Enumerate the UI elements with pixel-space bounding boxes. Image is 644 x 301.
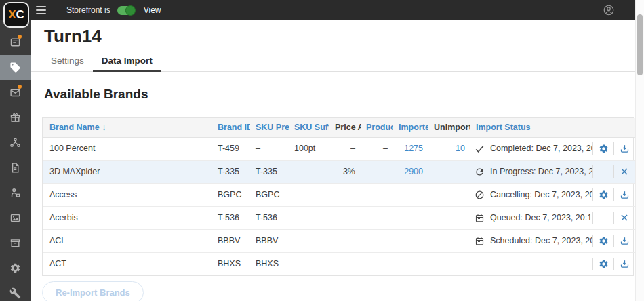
page-title: Turn14 — [44, 26, 635, 46]
sku-prefix-cell: BBBV — [250, 229, 289, 252]
imported-count-link: – — [393, 206, 428, 229]
price-adj-cell: – — [329, 229, 361, 252]
top-bar: XC Storefront is View — [0, 0, 635, 20]
import-status-cell: Queued: Dec 7, 2023, 20:17 — [470, 206, 592, 229]
column-header-sku-prefix[interactable]: SKU Prefix — [250, 118, 289, 137]
vertical-scrollbar — [635, 0, 644, 301]
gear-icon[interactable] — [593, 259, 613, 269]
download-icon[interactable] — [614, 236, 635, 246]
sidebar-item-catalog[interactable] — [0, 55, 31, 80]
price-adj-cell: 3% — [329, 160, 361, 183]
brand-name-cell: Acerbis — [43, 206, 212, 229]
status-text: Completed: Dec 7, 2023, 20:20 — [490, 144, 592, 153]
products-cell: – — [361, 183, 393, 206]
sidebar-nav — [0, 20, 31, 301]
sort-desc-icon: ↓ — [102, 123, 106, 132]
xcart-logo[interactable]: XC — [3, 2, 29, 28]
status-in-progress-icon — [475, 167, 485, 177]
status-check-icon — [475, 144, 485, 154]
sidebar-item-settings[interactable] — [0, 256, 31, 281]
notification-dot — [18, 85, 22, 89]
products-cell: – — [361, 160, 393, 183]
status-text: In Progress: Dec 7, 2023, 20:20 — [490, 167, 592, 176]
column-header-sku-suffix[interactable]: SKU Suffix — [289, 118, 329, 137]
imported-count-link[interactable]: 2900 — [393, 160, 428, 183]
sidebar-item-integrations[interactable] — [0, 130, 31, 155]
import-status-cell: Completed: Dec 7, 2023, 20:20 — [470, 137, 592, 160]
gear-icon[interactable] — [593, 236, 613, 246]
brands-table: Brand Name ↓ Brand ID SKU Prefix SKU Suf… — [42, 117, 634, 276]
main-content: Turn14 Settings Data Import Available Br… — [31, 20, 635, 301]
download-icon[interactable] — [614, 190, 635, 200]
download-icon[interactable] — [614, 144, 635, 154]
products-cell: – — [361, 229, 393, 252]
price-adj-cell: – — [329, 252, 361, 275]
sku-suffix-cell: – — [289, 183, 329, 206]
sidebar-item-inventory[interactable] — [0, 230, 31, 256]
sidebar-item-marketing[interactable] — [0, 80, 31, 105]
brand-name-cell: 3D MAXpider — [43, 160, 212, 183]
column-header-unimported: Unimported — [428, 118, 470, 137]
hamburger-menu-icon[interactable] — [36, 6, 46, 14]
column-header-import-status[interactable]: Import Status — [470, 118, 592, 137]
brand-id-cell: T-459 — [212, 137, 250, 160]
close-icon[interactable] — [614, 167, 635, 176]
sidebar-item-tools[interactable] — [0, 281, 31, 301]
sidebar-item-promotions[interactable] — [0, 105, 31, 130]
sku-suffix-cell: – — [289, 160, 329, 183]
column-header-actions — [592, 118, 635, 137]
import-status-cell: Scheduled: Dec 7, 2023, 20:30 — [470, 229, 592, 252]
sku-suffix-cell: 100pt — [289, 137, 329, 160]
close-icon[interactable] — [614, 213, 635, 222]
brand-id-cell: T-536 — [212, 206, 250, 229]
reimport-brands-button[interactable]: Re-Import Brands — [42, 281, 144, 301]
storefront-label: Storefront is — [66, 5, 110, 15]
column-header-brand-name[interactable]: Brand Name ↓ — [43, 118, 212, 137]
imported-count-link: – — [393, 229, 428, 252]
column-header-products[interactable]: Products — [361, 118, 393, 137]
view-storefront-link[interactable]: View — [144, 5, 161, 15]
brand-id-cell: BBBV — [212, 229, 250, 252]
sku-suffix-cell: – — [289, 206, 329, 229]
status-calendar-icon — [475, 213, 485, 223]
unimported-count-link: – — [428, 160, 470, 183]
unimported-count-link[interactable]: 10 — [428, 137, 470, 160]
row-actions — [592, 206, 635, 229]
row-actions — [592, 137, 635, 160]
products-cell: – — [361, 206, 393, 229]
sidebar-item-orders[interactable] — [0, 30, 31, 55]
account-icon[interactable] — [603, 4, 615, 16]
sku-prefix-cell: – — [250, 137, 289, 160]
row-actions — [592, 229, 635, 252]
scrollbar-thumb[interactable] — [637, 14, 643, 75]
tab-data-import[interactable]: Data Import — [93, 56, 161, 72]
import-status-cell: Cancelling: Dec 7, 2023, 20:20 — [470, 183, 592, 206]
sidebar-item-apps[interactable] — [0, 180, 31, 205]
column-header-brand-id[interactable]: Brand ID — [212, 118, 250, 137]
import-status-cell: – — [470, 252, 592, 275]
status-text: – — [475, 259, 479, 268]
brand-id-cell: BHXS — [212, 252, 250, 275]
imported-count-link: – — [393, 183, 428, 206]
table-row: Access BGPC BGPC – – – – – Cancelling: D… — [43, 183, 635, 206]
gear-icon[interactable] — [593, 190, 613, 200]
tab-bar: Settings Data Import — [31, 54, 635, 72]
sku-suffix-cell: – — [289, 229, 329, 252]
notification-dot — [18, 35, 22, 39]
column-header-imported[interactable]: Imported — [393, 118, 428, 137]
gear-icon[interactable] — [593, 144, 613, 154]
unimported-count-link: – — [428, 206, 470, 229]
sidebar-item-content[interactable] — [0, 155, 31, 180]
unimported-count-link: – — [428, 183, 470, 206]
sidebar-item-design[interactable] — [0, 205, 31, 230]
brand-name-cell: Access — [43, 183, 212, 206]
imported-count-link[interactable]: 1275 — [393, 137, 428, 160]
table-row: Acerbis T-536 T-536 – – – – – Queued: De… — [43, 206, 635, 229]
download-icon[interactable] — [614, 259, 635, 269]
tab-settings[interactable]: Settings — [42, 56, 93, 71]
products-cell: – — [361, 137, 393, 160]
status-cancelling-icon — [475, 190, 485, 200]
row-actions — [592, 183, 635, 206]
storefront-toggle[interactable] — [117, 6, 135, 15]
sku-prefix-cell: BHXS — [250, 252, 289, 275]
